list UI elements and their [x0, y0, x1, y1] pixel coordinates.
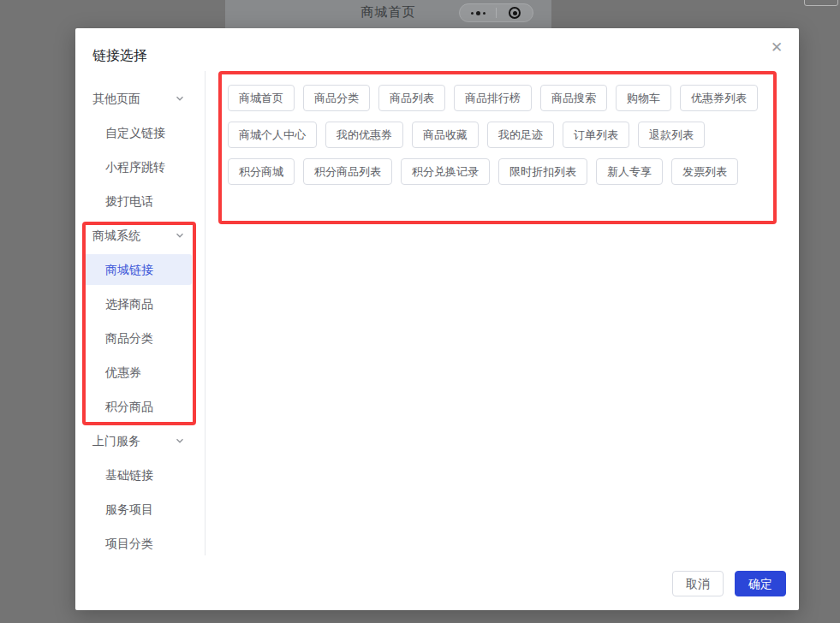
link-select-dialog: 链接选择 ✕ 其他页面 自定义链接 小程序跳转 拨打电话 商城系统 商城链接 选…: [75, 28, 799, 610]
link-button-invoice-list[interactable]: 发票列表: [671, 158, 738, 185]
link-button-product-category[interactable]: 商品分类: [303, 85, 370, 111]
link-button-points-exchange-log[interactable]: 积分兑换记录: [401, 158, 490, 185]
sidebar-item-service-project[interactable]: 服务项目: [82, 494, 192, 525]
link-row: 积分商城 积分商品列表 积分兑换记录 限时折扣列表 新人专享 发票列表: [228, 158, 768, 185]
link-button-mall-profile[interactable]: 商城个人中心: [228, 122, 317, 148]
wechat-capsule[interactable]: [459, 3, 533, 22]
sidebar-group-home-service[interactable]: 上门服务: [82, 425, 192, 456]
mall-links-panel: 商城首页 商品分类 商品列表 商品排行榜 商品搜索 购物车 优惠券列表 商城个人…: [218, 71, 777, 195]
link-button-newcomer-exclusive[interactable]: 新人专享: [596, 158, 663, 185]
link-button-mall-home[interactable]: 商城首页: [228, 85, 295, 111]
dialog-title: 链接选择: [92, 47, 147, 65]
sidebar-group-mall-system[interactable]: 商城系统: [82, 220, 192, 251]
link-button-order-list[interactable]: 订单列表: [563, 122, 629, 148]
chevron-down-icon: [175, 230, 185, 240]
link-button-my-footprints[interactable]: 我的足迹: [487, 122, 554, 148]
link-category-sidebar: 其他页面 自定义链接 小程序跳转 拨打电话 商城系统 商城链接 选择商品 商品分…: [82, 83, 192, 562]
sidebar-item-product-category[interactable]: 商品分类: [82, 323, 192, 353]
link-button-product-favorites[interactable]: 商品收藏: [412, 122, 479, 148]
sidebar-item-dial-phone[interactable]: 拨打电话: [82, 186, 192, 217]
link-button-product-ranking[interactable]: 商品排行榜: [454, 85, 532, 111]
link-row: 商城个人中心 我的优惠券 商品收藏 我的足迹 订单列表 退款列表: [228, 122, 768, 148]
chevron-down-icon: [175, 93, 185, 104]
sidebar-item-points-product[interactable]: 积分商品: [82, 391, 192, 422]
link-row: 商城首页 商品分类 商品列表 商品排行榜 商品搜索 购物车 优惠券列表: [228, 85, 768, 111]
sidebar-item-coupon[interactable]: 优惠券: [82, 357, 192, 388]
background-panel-edge: [804, 0, 838, 6]
sidebar-item-project-category[interactable]: 项目分类: [82, 528, 192, 559]
link-button-product-list[interactable]: 商品列表: [378, 85, 445, 111]
sidebar-item-basic-links[interactable]: 基础链接: [82, 460, 192, 490]
close-miniprogram-icon[interactable]: [497, 4, 533, 21]
link-button-flash-discount-list[interactable]: 限时折扣列表: [498, 158, 587, 185]
sidebar-divider: [205, 71, 206, 555]
link-button-product-search[interactable]: 商品搜索: [540, 85, 607, 111]
link-button-refund-list[interactable]: 退款列表: [638, 122, 705, 148]
close-icon[interactable]: ✕: [766, 37, 787, 57]
chevron-down-icon: [175, 436, 185, 446]
link-button-coupon-list[interactable]: 优惠券列表: [680, 85, 758, 111]
more-menu-icon[interactable]: [460, 4, 496, 21]
link-button-points-mall[interactable]: 积分商城: [228, 158, 295, 185]
sidebar-group-other-pages[interactable]: 其他页面: [82, 83, 192, 114]
cancel-button[interactable]: 取消: [672, 571, 724, 596]
link-button-points-product-list[interactable]: 积分商品列表: [303, 158, 392, 185]
sidebar-item-select-product[interactable]: 选择商品: [82, 288, 192, 319]
confirm-button[interactable]: 确定: [735, 571, 786, 596]
link-button-my-coupons[interactable]: 我的优惠券: [325, 122, 403, 148]
link-button-cart[interactable]: 购物车: [616, 85, 671, 111]
sidebar-item-mall-links[interactable]: 商城链接: [82, 254, 192, 285]
sidebar-item-custom-link[interactable]: 自定义链接: [82, 117, 192, 148]
phone-preview-header: 商城首页: [225, 0, 551, 28]
dialog-footer: 取消 确定: [672, 571, 786, 596]
sidebar-item-miniprogram-jump[interactable]: 小程序跳转: [82, 151, 192, 182]
